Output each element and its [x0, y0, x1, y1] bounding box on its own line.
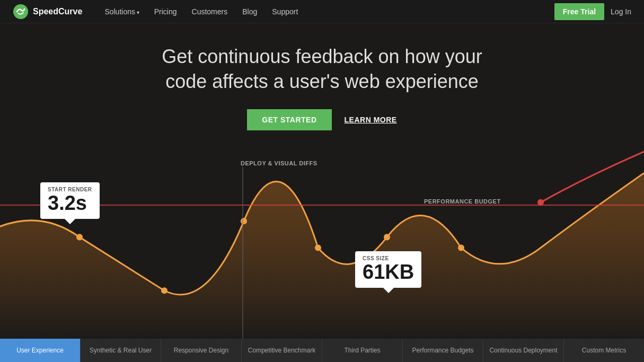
logo[interactable]: SpeedCurve: [13, 4, 82, 20]
get-started-button[interactable]: GET STARTED: [247, 109, 331, 130]
chart-dot-4: [315, 245, 321, 251]
nav-links: Solutions Pricing Customers Blog Support: [99, 5, 554, 18]
nav-support[interactable]: Support: [267, 5, 303, 18]
tab-responsive-design[interactable]: Responsive Design: [161, 339, 242, 362]
chart-dot-3: [241, 218, 247, 224]
start-render-tooltip: START RENDER 3.2s: [40, 182, 100, 219]
nav-right: Free Trial Log In: [554, 3, 631, 20]
logo-icon: [13, 4, 29, 20]
login-button[interactable]: Log In: [611, 7, 631, 16]
tab-continuous-deployment[interactable]: Continuous Deployment: [483, 339, 564, 362]
navbar: SpeedCurve Solutions Pricing Customers B…: [0, 0, 644, 23]
budget-label: PERFORMANCE BUDGET: [424, 198, 501, 205]
nav-customers[interactable]: Customers: [187, 5, 233, 18]
hero-buttons: GET STARTED LEARN MORE: [142, 109, 502, 130]
tab-performance-budgets[interactable]: Performance Budgets: [403, 339, 483, 362]
chart-dot-6: [458, 245, 464, 251]
hero-section: Get continuous feedback on how your code…: [0, 23, 644, 339]
chart-dot-5: [384, 234, 390, 240]
tab-third-parties[interactable]: Third Parties: [322, 339, 403, 362]
chart-dot-2: [161, 287, 167, 294]
tab-synthetic-real-user[interactable]: Synthetic & Real User: [81, 339, 161, 362]
hero-text: Get continuous feedback on how your code…: [142, 45, 502, 130]
chart-red-dot: [537, 199, 544, 206]
tab-custom-metrics[interactable]: Custom Metrics: [564, 339, 644, 362]
hero-headline: Get continuous feedback on how your code…: [142, 45, 502, 94]
free-trial-button[interactable]: Free Trial: [554, 3, 604, 20]
svg-point-0: [13, 4, 28, 19]
css-size-value: 61KB: [363, 261, 414, 284]
start-render-value: 3.2s: [48, 192, 92, 215]
logo-text: SpeedCurve: [33, 7, 82, 16]
deploy-label: DEPLOY & VISUAL DIFFS: [241, 160, 317, 166]
nav-blog[interactable]: Blog: [237, 5, 262, 18]
bottom-tabs: User Experience Synthetic & Real User Re…: [0, 339, 644, 362]
tab-user-experience[interactable]: User Experience: [0, 339, 81, 362]
nav-pricing[interactable]: Pricing: [149, 5, 182, 18]
css-size-tooltip: CSS SIZE 61KB: [355, 251, 421, 288]
chart-dot-1: [76, 234, 83, 240]
tab-competitive-benchmark[interactable]: Competitive Benchmark: [242, 339, 322, 362]
nav-solutions[interactable]: Solutions: [99, 5, 144, 18]
learn-more-button[interactable]: LEARN MORE: [345, 116, 397, 124]
